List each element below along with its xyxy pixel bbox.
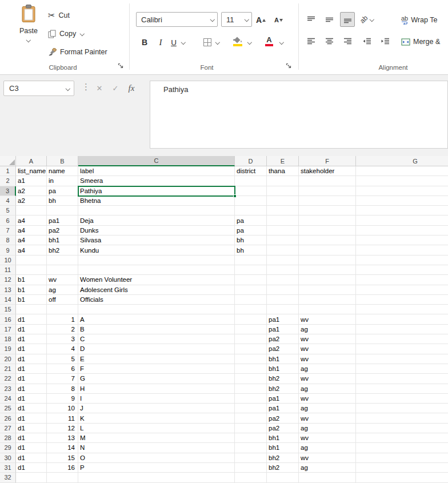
cell-C7[interactable]: Dunks [78, 226, 235, 235]
cell-D5[interactable] [235, 206, 267, 215]
cell-A28[interactable]: d1 [16, 433, 47, 443]
column-header-D[interactable]: D [235, 156, 267, 166]
cell-C13[interactable]: Adolescent Girls [78, 285, 235, 295]
fill-color-button[interactable] [231, 34, 245, 49]
cell-B23[interactable]: 8 [47, 384, 78, 394]
row-header-30[interactable]: 30 [0, 453, 16, 463]
enter-button[interactable]: ✓ [109, 81, 122, 95]
cell-G7[interactable] [356, 226, 448, 235]
cell-B31[interactable]: 16 [47, 463, 78, 473]
row-header-24[interactable]: 24 [0, 394, 16, 404]
cell-A20[interactable]: d1 [16, 354, 47, 364]
decrease-font-size-button[interactable]: A [274, 13, 287, 27]
cell-D30[interactable] [235, 453, 267, 463]
cell-C8[interactable]: Silvasa [78, 235, 235, 245]
cell-A7[interactable]: a4 [16, 226, 47, 235]
cell-E8[interactable] [267, 235, 299, 245]
cell-D25[interactable] [235, 404, 267, 413]
fill-color-dropdown-chevron[interactable] [247, 40, 252, 45]
row-header-22[interactable]: 22 [0, 374, 16, 384]
row-header-18[interactable]: 18 [0, 334, 16, 344]
cell-C4[interactable]: Bhetna [78, 196, 235, 206]
cell-D24[interactable] [235, 394, 267, 404]
cell-A12[interactable]: b1 [16, 275, 47, 285]
row-header-20[interactable]: 20 [0, 354, 16, 364]
cell-C22[interactable]: G [78, 374, 235, 384]
cell-E15[interactable] [267, 305, 299, 314]
cell-E2[interactable] [267, 176, 299, 186]
cell-A3[interactable]: a2 [16, 186, 47, 196]
row-header-10[interactable]: 10 [0, 256, 16, 265]
format-painter-button[interactable]: Format Painter [48, 45, 107, 59]
cell-E5[interactable] [267, 206, 299, 215]
cell-A26[interactable]: d1 [16, 413, 47, 423]
cell-G31[interactable] [356, 463, 448, 473]
row-header-9[interactable]: 9 [0, 245, 16, 255]
cell-B17[interactable]: 2 [47, 325, 78, 334]
cell-G32[interactable] [356, 473, 448, 482]
cell-A2[interactable]: a1 [16, 176, 47, 186]
cell-E19[interactable]: pa2 [267, 344, 299, 354]
row-header-23[interactable]: 23 [0, 384, 16, 394]
cell-E9[interactable] [267, 245, 299, 255]
align-right-button[interactable] [340, 34, 355, 49]
cell-E14[interactable] [267, 295, 299, 305]
cell-D21[interactable] [235, 364, 267, 374]
paste-button[interactable]: Paste [15, 5, 42, 58]
cell-B15[interactable] [47, 305, 78, 314]
cell-F11[interactable] [299, 265, 356, 275]
copy-button[interactable]: Copy [48, 27, 85, 41]
row-header-21[interactable]: 21 [0, 364, 16, 374]
row-header-25[interactable]: 25 [0, 404, 16, 413]
column-header-B[interactable]: B [47, 156, 78, 166]
cell-F15[interactable] [299, 305, 356, 314]
column-header-E[interactable]: E [267, 156, 299, 166]
cell-C29[interactable]: N [78, 443, 235, 453]
cell-F27[interactable]: ag [299, 424, 356, 433]
cell-G5[interactable] [356, 206, 448, 215]
cell-C21[interactable]: F [78, 364, 235, 374]
cell-E22[interactable]: bh2 [267, 374, 299, 384]
borders-dropdown-chevron[interactable] [215, 40, 220, 45]
cell-D22[interactable] [235, 374, 267, 384]
cell-G16[interactable] [356, 314, 448, 324]
cell-D7[interactable]: pa [235, 226, 267, 235]
cell-F23[interactable]: ag [299, 384, 356, 394]
row-header-31[interactable]: 31 [0, 463, 16, 473]
row-header-13[interactable]: 13 [0, 285, 16, 295]
cell-F32[interactable] [299, 473, 356, 482]
cell-E23[interactable]: bh2 [267, 384, 299, 394]
cell-F8[interactable] [299, 235, 356, 245]
cell-E29[interactable]: bh1 [267, 443, 299, 453]
cell-A15[interactable] [16, 305, 47, 314]
cell-A10[interactable] [16, 256, 47, 265]
insert-function-button[interactable]: fx [125, 81, 138, 95]
cell-C2[interactable]: Smeera [78, 176, 235, 186]
cell-B4[interactable]: bh [47, 196, 78, 206]
column-header-A[interactable]: A [16, 156, 47, 166]
cell-A4[interactable]: a2 [16, 196, 47, 206]
cell-C23[interactable]: H [78, 384, 235, 394]
column-header-C[interactable]: C [78, 156, 235, 166]
align-middle-button[interactable] [322, 12, 337, 27]
cell-C15[interactable] [78, 305, 235, 314]
row-header-3[interactable]: 3 [0, 186, 16, 196]
cell-C5[interactable] [78, 206, 235, 215]
row-header-12[interactable]: 12 [0, 275, 16, 285]
cell-G19[interactable] [356, 344, 448, 354]
cell-E24[interactable]: pa1 [267, 394, 299, 404]
cell-G23[interactable] [356, 384, 448, 394]
cell-D26[interactable] [235, 413, 267, 423]
cell-F13[interactable] [299, 285, 356, 295]
wrap-text-button[interactable]: ab Wrap Te [401, 13, 437, 27]
cell-F28[interactable]: wv [299, 433, 356, 443]
cell-E25[interactable]: pa1 [267, 404, 299, 413]
row-header-4[interactable]: 4 [0, 196, 16, 206]
cell-D28[interactable] [235, 433, 267, 443]
cell-B14[interactable]: off [47, 295, 78, 305]
cell-D20[interactable] [235, 354, 267, 364]
cell-G21[interactable] [356, 364, 448, 374]
row-header-11[interactable]: 11 [0, 265, 16, 275]
cancel-button[interactable]: ✕ [93, 81, 106, 95]
cell-B12[interactable]: wv [47, 275, 78, 285]
